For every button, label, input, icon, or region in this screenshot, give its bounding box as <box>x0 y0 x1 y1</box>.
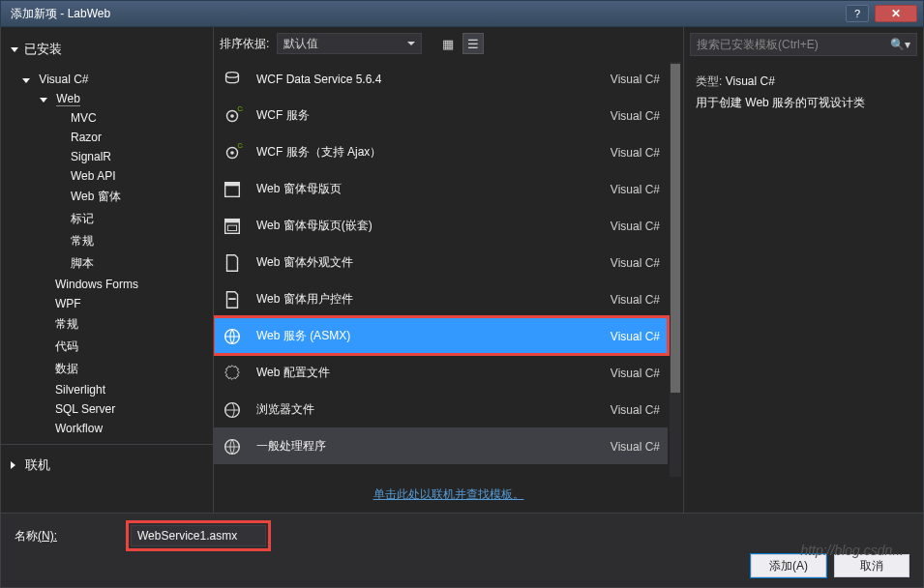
chevron-down-icon <box>22 78 30 83</box>
type-description: 用于创建 Web 服务的可视设计类 <box>696 93 911 114</box>
svg-point-0 <box>226 72 239 77</box>
svg-rect-10 <box>225 219 240 222</box>
svg-rect-8 <box>225 182 240 186</box>
svg-rect-12 <box>228 298 235 300</box>
view-grid-button[interactable] <box>437 33 459 54</box>
installed-label: 已安装 <box>24 41 62 58</box>
online-search-link-row: 单击此处以联机并查找模板。 <box>214 477 683 513</box>
sidebar: 已安装 Visual C# Web MVC Razor SignalR Web … <box>1 27 214 513</box>
view-list-button[interactable] <box>462 33 484 54</box>
web-service-icon <box>222 326 243 347</box>
chevron-down-icon <box>40 98 47 103</box>
user-control-icon <box>222 289 243 310</box>
sort-value: 默认值 <box>283 36 318 52</box>
online-search-link[interactable]: 单击此处以联机并查找模板。 <box>373 487 524 501</box>
chevron-down-icon <box>11 47 18 52</box>
nested-master-icon <box>222 216 243 237</box>
tree-node-wpf[interactable]: WPF <box>1 294 213 313</box>
wcf-ajax-icon: C# <box>222 142 243 163</box>
sidebar-installed-header[interactable]: 已安装 <box>1 35 213 64</box>
list-item[interactable]: 一般处理程序 Visual C# <box>214 427 668 464</box>
titlebar: 添加新项 - LabWeb ? ✕ <box>0 0 924 27</box>
cancel-button[interactable]: 取消 <box>834 554 909 577</box>
tree-node-signalr[interactable]: SignalR <box>1 147 213 166</box>
data-service-icon <box>222 69 243 90</box>
list-item[interactable]: Web 窗体母版页(嵌套) Visual C# <box>214 207 668 244</box>
list-item[interactable]: C# WCF 服务 Visual C# <box>214 97 668 133</box>
add-button[interactable]: 添加(A) <box>751 554 826 577</box>
tree-node-workflow[interactable]: Workflow <box>1 419 213 438</box>
name-row: 名称(N): <box>15 523 909 548</box>
type-label: 类型: <box>696 74 722 88</box>
svg-point-2 <box>230 114 234 118</box>
tree-node-silverlight[interactable]: Silverlight <box>1 380 213 399</box>
name-input[interactable] <box>131 525 266 546</box>
template-center: 排序依据: 默认值 WCF Data Service 5.6.4 Visual … <box>214 27 683 513</box>
wcf-service-icon: C# <box>222 105 243 127</box>
tree-node-csharp[interactable]: Visual C# <box>1 70 213 89</box>
template-list: WCF Data Service 5.6.4 Visual C# C# WCF … <box>214 60 683 477</box>
tree-node-webapi[interactable]: Web API <box>1 166 213 186</box>
search-placeholder: 搜索已安装模板(Ctrl+E) <box>697 37 819 53</box>
grid-icon <box>442 37 454 51</box>
svg-rect-11 <box>227 225 236 231</box>
template-info: 类型: Visual C# 用于创建 Web 服务的可视设计类 <box>684 62 923 123</box>
tree-node-scripts[interactable]: 脚本 <box>1 252 213 275</box>
handler-icon <box>222 436 243 457</box>
list-icon <box>467 37 479 51</box>
svg-point-5 <box>230 151 234 155</box>
tree-node-mvc[interactable]: MVC <box>1 108 213 128</box>
help-button[interactable]: ? <box>846 5 869 22</box>
scrollbar[interactable] <box>670 62 681 477</box>
close-button[interactable]: ✕ <box>875 5 917 22</box>
svg-text:C#: C# <box>238 105 244 112</box>
tree-node-general2[interactable]: 常规 <box>1 313 213 336</box>
list-item[interactable]: C# WCF 服务（支持 Ajax） Visual C# <box>214 133 668 170</box>
master-page-icon <box>222 179 243 200</box>
window-title: 添加新项 - LabWeb <box>11 6 846 22</box>
bottom-bar: 名称(N): 添加(A) 取消 http://blog.csdn... <box>0 513 924 588</box>
tree-node-winforms[interactable]: Windows Forms <box>1 275 213 294</box>
scrollbar-thumb[interactable] <box>671 64 680 393</box>
tree-node-webforms[interactable]: Web 窗体 <box>1 186 213 208</box>
skin-file-icon <box>222 252 243 274</box>
list-item[interactable]: Web 配置文件 Visual C# <box>214 354 668 391</box>
name-label: 名称(N): <box>15 528 57 544</box>
sidebar-online-header[interactable]: 联机 <box>1 451 213 480</box>
search-icon: 🔍▾ <box>890 38 910 51</box>
tree-node-code[interactable]: 代码 <box>1 336 213 358</box>
tree-node-general[interactable]: 常规 <box>1 230 213 252</box>
svg-text:C#: C# <box>238 142 244 149</box>
list-item[interactable]: Web 服务 (ASMX) Visual C# <box>214 317 668 354</box>
list-item[interactable]: WCF Data Service 5.6.4 Visual C# <box>214 60 668 97</box>
tree-node-razor[interactable]: Razor <box>1 128 213 147</box>
window-controls: ? ✕ <box>846 5 923 22</box>
browser-file-icon <box>222 399 243 421</box>
list-item[interactable]: Web 窗体用户控件 Visual C# <box>214 280 668 317</box>
list-item[interactable]: Web 窗体外观文件 Visual C# <box>214 244 668 280</box>
search-input[interactable]: 搜索已安装模板(Ctrl+E) 🔍▾ <box>690 33 917 56</box>
tree-node-data[interactable]: 数据 <box>1 358 213 380</box>
name-highlight <box>129 523 268 548</box>
sort-combo[interactable]: 默认值 <box>277 33 422 54</box>
right-panel: 搜索已安装模板(Ctrl+E) 🔍▾ 类型: Visual C# 用于创建 We… <box>683 27 923 513</box>
tree-node-sqlserver[interactable]: SQL Server <box>1 399 213 419</box>
type-value: Visual C# <box>726 74 775 88</box>
tree-node-markup[interactable]: 标记 <box>1 208 213 230</box>
toolbar: 排序依据: 默认值 <box>214 27 683 60</box>
list-item[interactable]: Web 窗体母版页 Visual C# <box>214 170 668 207</box>
chevron-right-icon <box>11 461 19 469</box>
tree-node-web[interactable]: Web <box>1 89 213 108</box>
list-item[interactable]: 浏览器文件 Visual C# <box>214 391 668 427</box>
dialog-buttons: 添加(A) 取消 <box>751 554 909 577</box>
sort-label: 排序依据: <box>220 36 269 52</box>
online-label: 联机 <box>25 456 50 474</box>
config-file-icon <box>222 363 243 384</box>
